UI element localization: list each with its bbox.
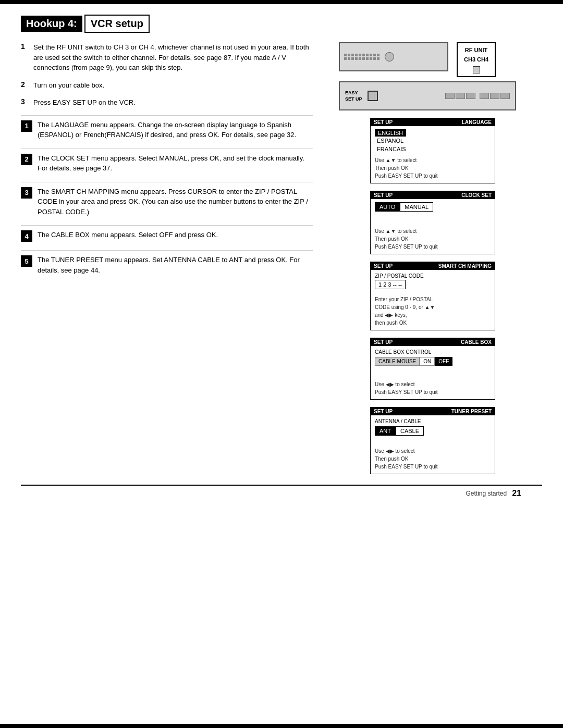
right-column: RF UNIT CH3 CH4 EASY SET UP <box>323 42 542 474</box>
tuner-preset-instructions: Use ◀▶ to select Then push OK Push EASY … <box>375 447 491 471</box>
step-3-num: 3 <box>21 97 29 106</box>
step-2-num: 2 <box>21 80 29 89</box>
boxed-step-3: 3 The SMART CH MAPPING menu appears. Pre… <box>21 187 313 217</box>
boxed-step-4: 4 The CABLE BOX menu appears. Select OFF… <box>21 230 313 242</box>
vcr-diagram: RF UNIT CH3 CH4 EASY SET UP <box>339 42 527 110</box>
bottom-bar <box>0 724 563 728</box>
boxed-step-2-text: The CLOCK SET menu appears. Select MANUA… <box>38 153 313 174</box>
boxed-step-2: 2 The CLOCK SET menu appears. Select MAN… <box>21 153 313 174</box>
cable-box-body: CABLE BOX CONTROL CABLE MOUSE ON OFF Use… <box>371 346 495 399</box>
boxed-step-5: 5 The TUNER PRESET menu appears. Set ANT… <box>21 255 313 275</box>
clock-set-screen: SET UP CLOCK SET AUTO MANUAL Use ▲▼ to s… <box>370 191 495 254</box>
tuner-preset-header-right: TUNER PRESET <box>451 409 492 414</box>
zip-label: ZIP / POSTAL CODE <box>375 273 491 279</box>
divider-5 <box>21 250 313 251</box>
language-header-left: SET UP <box>374 119 393 125</box>
smart-ch-header: SET UP SMART CH MAPPING <box>371 262 495 270</box>
ant-cable-options: ANT CABLE <box>375 426 491 436</box>
step-3: 3 Press EASY SET UP on the VCR. <box>21 97 313 108</box>
clock-set-header: SET UP CLOCK SET <box>371 191 495 199</box>
cable-box-header: SET UP CABLE BOX <box>371 338 495 346</box>
cable-off-option: OFF <box>435 357 452 366</box>
vcr-label: VCR setup <box>84 15 150 33</box>
clock-set-body: AUTO MANUAL Use ▲▼ to select Then push O… <box>371 199 495 254</box>
ant-option: ANT <box>375 426 396 436</box>
cable-box-instructions: Use ◀▶ to select Push EASY SET UP to qui… <box>375 380 491 396</box>
cable-on-option: ON <box>420 357 435 366</box>
tuner-preset-header: SET UP TUNER PRESET <box>371 408 495 415</box>
antenna-cable-label: ANTENNA / CABLE <box>375 418 491 424</box>
vcr-bottom: EASY SET UP <box>339 81 516 110</box>
language-screen: SET UP LANGUAGE ENGLISH ESPANOL FRANCAIS… <box>370 118 495 183</box>
cable-box-options: CABLE MOUSE ON OFF <box>375 357 491 366</box>
boxed-step-4-num: 4 <box>21 230 32 242</box>
step-1-text: Set the RF UNIT switch to CH 3 or CH 4, … <box>33 42 313 73</box>
top-bar <box>0 0 563 4</box>
clock-set-instructions: Use ▲▼ to select Then push OK Push EASY … <box>375 227 491 251</box>
main-layout: 1 Set the RF UNIT switch to CH 3 or CH 4… <box>21 42 542 474</box>
step-2-text: Turn on your cable box. <box>33 80 104 91</box>
step-3-text: Press EASY SET UP on the VCR. <box>33 97 136 108</box>
clock-set-header-right: CLOCK SET <box>461 192 492 198</box>
language-header: SET UP LANGUAGE <box>371 118 495 126</box>
title-bar: Hookup 4: VCR setup <box>21 15 542 33</box>
divider-1 <box>21 115 313 116</box>
vcr-slots <box>445 93 510 99</box>
zip-input: 1 2 3 -- -- <box>375 280 406 289</box>
page-number: 21 <box>512 489 521 498</box>
smart-ch-instructions: Enter your ZIP / POSTAL CODE using 0 - 9… <box>375 295 491 327</box>
boxed-step-3-text: The SMART CH MAPPING menu appears. Press… <box>38 187 313 217</box>
language-body: ENGLISH ESPANOL FRANCAIS Use ▲▼ to selec… <box>371 126 495 183</box>
tuner-preset-screen: SET UP TUNER PRESET ANTENNA / CABLE ANT … <box>370 407 495 474</box>
boxed-step-1: 1 The LANGUAGE menu appears. Change the … <box>21 120 313 140</box>
easy-set-button[interactable] <box>368 91 378 101</box>
cable-box-header-right: CABLE BOX <box>461 339 492 345</box>
smart-ch-header-right: SMART CH MAPPING <box>438 263 492 269</box>
divider-3 <box>21 182 313 182</box>
language-option-francais: FRANCAIS <box>375 145 491 153</box>
cable-option: CABLE <box>396 426 424 436</box>
smart-ch-body: ZIP / POSTAL CODE 1 2 3 -- -- Enter your… <box>371 270 495 330</box>
boxed-step-5-text: The TUNER PRESET menu appears. Set ANTEN… <box>38 255 313 275</box>
boxed-step-1-num: 1 <box>21 120 32 132</box>
clock-opt-auto: AUTO <box>375 202 400 212</box>
clock-set-options: AUTO MANUAL <box>375 202 491 212</box>
divider-4 <box>21 225 313 226</box>
divider-2 <box>21 149 313 149</box>
language-header-right: LANGUAGE <box>462 119 492 125</box>
page-footer: Getting started 21 <box>21 485 542 501</box>
easy-set-up-label: EASY SET UP <box>345 90 362 103</box>
footer-text: Getting started <box>466 490 507 497</box>
left-column: 1 Set the RF UNIT switch to CH 3 or CH 4… <box>21 42 313 474</box>
step-1: 1 Set the RF UNIT switch to CH 3 or CH 4… <box>21 42 313 73</box>
rf-unit-label: RF UNIT <box>465 47 487 53</box>
smart-ch-screen: SET UP SMART CH MAPPING ZIP / POSTAL COD… <box>370 262 495 330</box>
clock-set-header-left: SET UP <box>374 192 393 198</box>
clock-opt-manual: MANUAL <box>400 202 433 212</box>
language-option-espanol: ESPANOL <box>375 137 491 145</box>
language-instructions: Use ▲▼ to select Then push OK Push EASY … <box>375 156 491 180</box>
boxed-step-5-num: 5 <box>21 255 32 267</box>
hookup-label: Hookup 4: <box>21 16 82 32</box>
tuner-preset-body: ANTENNA / CABLE ANT CABLE Use ◀▶ to sele… <box>371 415 495 474</box>
step-1-num: 1 <box>21 42 29 51</box>
cable-box-screen: SET UP CABLE BOX CABLE BOX CONTROL CABLE… <box>370 338 495 400</box>
cable-box-label: CABLE BOX CONTROL <box>375 349 491 355</box>
boxed-step-3-num: 3 <box>21 187 32 199</box>
step-2: 2 Turn on your cable box. <box>21 80 313 91</box>
tuner-preset-header-left: SET UP <box>374 409 393 414</box>
smart-ch-header-left: SET UP <box>374 263 393 269</box>
cable-box-header-left: SET UP <box>374 339 393 345</box>
boxed-step-2-num: 2 <box>21 154 32 165</box>
rf-unit-channels: CH3 CH4 <box>464 56 488 63</box>
boxed-step-4-text: The CABLE BOX menu appears. Select OFF a… <box>38 230 218 240</box>
boxed-step-1-text: The LANGUAGE menu appears. Change the on… <box>38 120 313 140</box>
language-option-english: ENGLISH <box>375 129 406 137</box>
cable-mouse-label: CABLE MOUSE <box>375 357 420 366</box>
